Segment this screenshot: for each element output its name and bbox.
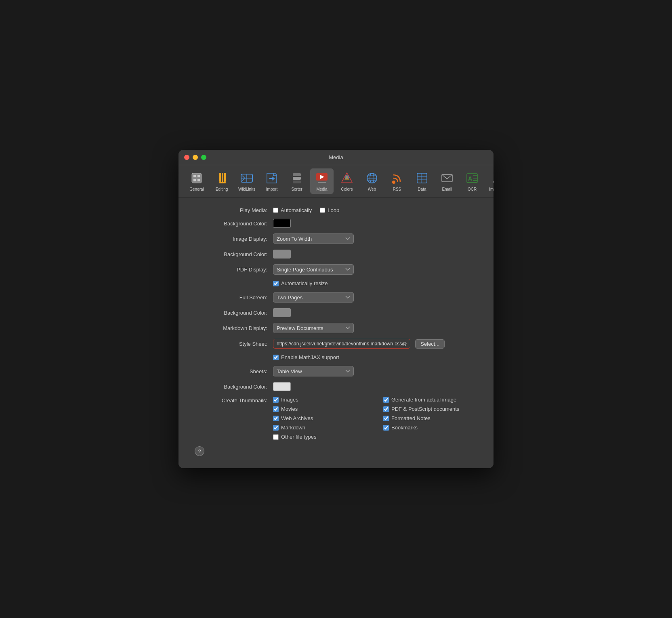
auto-resize-row: Automatically resize xyxy=(273,280,477,286)
automatically-checkbox[interactable] xyxy=(273,208,278,213)
toolbar-item-colors[interactable]: Colors xyxy=(335,168,359,194)
sorter-icon xyxy=(290,171,304,185)
image-display-select[interactable]: Zoom To Width Fit To Window Actual Size xyxy=(273,233,354,244)
full-screen-background-row: Background Color: xyxy=(195,308,477,317)
close-button[interactable] xyxy=(184,155,189,160)
sheets-background-row: Background Color: xyxy=(195,382,477,391)
wikilinks-label: WikiLinks xyxy=(238,187,255,191)
thumbnail-generate-checkbox[interactable] xyxy=(383,397,389,403)
toolbar-item-imprinter[interactable]: Imprinter xyxy=(485,168,494,194)
minimize-button[interactable] xyxy=(193,155,198,160)
mathjax-checkbox[interactable] xyxy=(273,355,279,360)
data-label: Data xyxy=(418,187,426,191)
auto-resize-label[interactable]: Automatically resize xyxy=(273,280,477,286)
thumbnail-movies-checkbox[interactable] xyxy=(273,406,279,412)
toolbar-item-web[interactable]: Web xyxy=(360,168,384,194)
import-label: Import xyxy=(266,187,277,191)
toolbar-item-media[interactable]: Media xyxy=(310,168,334,194)
svg-rect-6 xyxy=(222,173,223,182)
thumbnail-bookmarks-label[interactable]: Bookmarks xyxy=(383,425,477,431)
pdf-display-controls: Single Page Continuous Single Page Two P… xyxy=(273,264,354,275)
help-button[interactable]: ? xyxy=(195,446,204,456)
full-screen-row: Full Screen: Two Pages Single Page Scrol… xyxy=(195,292,477,303)
thumbnail-bookmarks-checkbox[interactable] xyxy=(383,425,389,431)
loop-checkbox-label[interactable]: Loop xyxy=(320,207,339,213)
media-background-controls xyxy=(273,219,291,228)
sheets-controls: Table View List View xyxy=(273,366,354,376)
markdown-display-row: Markdown Display: Preview Documents Edit… xyxy=(195,323,477,333)
style-sheet-field: https://cdn.jsdelivr.net/gh/tevino/devon… xyxy=(273,339,410,349)
email-label: Email xyxy=(442,187,452,191)
toolbar-item-editing[interactable]: Editing xyxy=(210,168,233,194)
svg-rect-16 xyxy=(293,181,301,183)
thumbnail-movies-label[interactable]: Movies xyxy=(273,406,367,412)
thumbnail-pdf-label[interactable]: PDF & PostScript documents xyxy=(383,406,477,412)
pdf-display-select[interactable]: Single Page Continuous Single Page Two P… xyxy=(273,264,354,275)
image-display-label: Image Display: xyxy=(195,236,267,242)
toolbar-item-import[interactable]: Import xyxy=(260,168,284,194)
thumbnail-other-label[interactable]: Other file types xyxy=(273,434,367,440)
thumbnail-images-checkbox[interactable] xyxy=(273,397,279,403)
mathjax-label[interactable]: Enable MathJAX support xyxy=(273,354,477,360)
toolbar-item-ocr[interactable]: A OCR xyxy=(460,168,484,194)
thumbnail-formatted-notes-label[interactable]: Formatted Notes xyxy=(383,415,477,421)
svg-rect-19 xyxy=(318,182,326,183)
rss-label: RSS xyxy=(393,187,401,191)
colors-label: Colors xyxy=(341,187,353,191)
thumbnail-web-archives-label[interactable]: Web Archives xyxy=(273,415,367,421)
full-screen-controls: Two Pages Single Page Scrolling xyxy=(273,292,354,303)
sheets-background-label: Background Color: xyxy=(195,384,267,390)
mathjax-text: Enable MathJAX support xyxy=(281,354,339,360)
image-background-swatch[interactable] xyxy=(273,250,291,259)
toolbar-item-rss[interactable]: RSS xyxy=(385,168,409,194)
imprinter-label: Imprinter xyxy=(489,187,494,191)
automatically-label: Automatically xyxy=(281,207,312,213)
imprinter-icon xyxy=(490,171,494,185)
svg-point-28 xyxy=(392,181,395,184)
loop-label: Loop xyxy=(328,207,339,213)
sheets-select[interactable]: Table View List View xyxy=(273,366,354,376)
auto-resize-checkbox[interactable] xyxy=(273,281,279,286)
toolbar-item-wikilinks[interactable]: WikiLinks xyxy=(235,168,258,194)
auto-resize-text: Automatically resize xyxy=(281,280,328,286)
sorter-label: Sorter xyxy=(291,187,302,191)
media-background-swatch[interactable] xyxy=(273,219,291,228)
thumbnail-formatted-notes-checkbox[interactable] xyxy=(383,416,389,421)
thumbnail-generate-text: Generate from actual image xyxy=(391,397,456,403)
toolbar-item-general[interactable]: General xyxy=(185,168,208,194)
thumbnail-images-label[interactable]: Images xyxy=(273,397,367,403)
select-button[interactable]: Select... xyxy=(415,339,445,349)
titlebar: Media xyxy=(178,150,494,165)
media-background-color-row: Background Color: xyxy=(195,219,477,228)
thumbnail-movies-text: Movies xyxy=(281,406,298,412)
thumbnail-web-archives-checkbox[interactable] xyxy=(273,416,279,421)
thumbnail-generate-label[interactable]: Generate from actual image xyxy=(383,397,477,403)
svg-text:A: A xyxy=(468,175,472,182)
email-icon xyxy=(440,171,454,185)
markdown-display-select[interactable]: Preview Documents Edit Documents xyxy=(273,323,354,333)
pdf-display-label: PDF Display: xyxy=(195,267,267,273)
automatically-checkbox-label[interactable]: Automatically xyxy=(273,207,312,213)
svg-rect-0 xyxy=(192,173,202,183)
svg-rect-29 xyxy=(417,173,427,183)
media-label: Media xyxy=(316,187,327,191)
svg-rect-14 xyxy=(293,173,301,176)
thumbnail-pdf-checkbox[interactable] xyxy=(383,406,389,412)
maximize-button[interactable] xyxy=(201,155,206,160)
toolbar-item-data[interactable]: Data xyxy=(410,168,434,194)
toolbar: General Editing xyxy=(178,165,494,198)
loop-checkbox[interactable] xyxy=(320,208,325,213)
full-screen-background-swatch[interactable] xyxy=(273,308,291,317)
svg-rect-4 xyxy=(197,179,200,181)
thumbnail-other-checkbox[interactable] xyxy=(273,434,279,440)
toolbar-item-sorter[interactable]: Sorter xyxy=(285,168,309,194)
thumbnail-markdown-label[interactable]: Markdown xyxy=(273,425,367,431)
toolbar-item-email[interactable]: Email xyxy=(435,168,459,194)
thumbnail-markdown-checkbox[interactable] xyxy=(273,425,279,431)
rss-icon xyxy=(390,171,404,185)
svg-rect-1 xyxy=(193,175,196,177)
web-label: Web xyxy=(368,187,376,191)
main-window: Media General xyxy=(178,150,494,468)
sheets-background-swatch[interactable] xyxy=(273,382,291,391)
full-screen-select[interactable]: Two Pages Single Page Scrolling xyxy=(273,292,354,303)
